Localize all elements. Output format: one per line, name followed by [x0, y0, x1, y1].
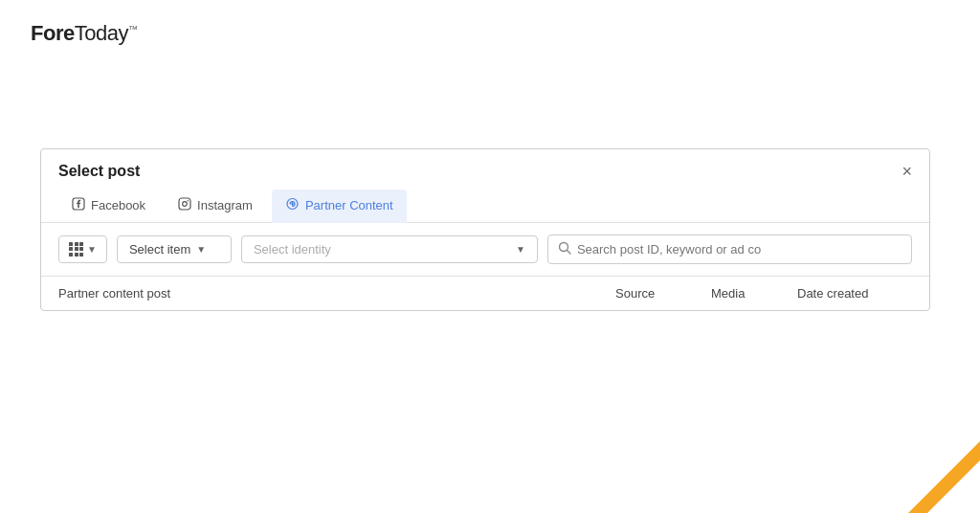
modal-dialog: Select post × Facebook Instagram	[40, 148, 930, 311]
tab-partner-content[interactable]: Partner Content	[272, 190, 407, 223]
svg-line-6	[567, 250, 570, 254]
logo-trademark: ™	[128, 24, 138, 34]
logo-bold: Fore	[31, 21, 75, 45]
select-identity-placeholder: Select identity	[254, 242, 331, 256]
select-item-label: Select item	[129, 242, 190, 256]
tab-facebook-label: Facebook	[91, 198, 145, 212]
select-item-dropdown[interactable]: Select item ▼	[117, 235, 232, 263]
grid-button-chevron: ▼	[87, 244, 97, 255]
tab-facebook[interactable]: Facebook	[58, 190, 159, 223]
modal-header: Select post ×	[41, 149, 929, 180]
close-button[interactable]: ×	[902, 163, 912, 180]
instagram-icon	[178, 197, 191, 213]
modal-title: Select post	[58, 163, 140, 180]
svg-point-3	[188, 200, 189, 201]
tab-instagram[interactable]: Instagram	[165, 190, 266, 223]
grid-icon	[69, 242, 83, 256]
col-source: Source	[615, 286, 711, 301]
tab-instagram-label: Instagram	[197, 198, 253, 212]
search-input[interactable]	[577, 242, 902, 256]
select-identity-dropdown[interactable]: Select identity ▼	[241, 235, 538, 263]
svg-point-2	[183, 202, 188, 207]
svg-rect-1	[179, 198, 190, 210]
toolbar: ▼ Select item ▼ Select identity ▼	[41, 223, 929, 276]
col-partner-content-post: Partner content post	[58, 286, 615, 301]
select-identity-chevron: ▼	[516, 244, 525, 255]
col-media: Media	[711, 286, 797, 301]
tabs-container: Facebook Instagram Partner Content	[41, 180, 929, 223]
select-item-chevron: ▼	[196, 244, 206, 255]
col-date-created: Date created	[797, 286, 912, 301]
grid-view-button[interactable]: ▼	[58, 235, 107, 263]
tab-partner-content-label: Partner Content	[305, 198, 393, 212]
triangle-decoration	[894, 436, 980, 513]
search-wrapper	[547, 234, 912, 264]
facebook-icon	[72, 197, 85, 213]
search-icon	[558, 241, 571, 257]
logo-light: Today	[75, 21, 128, 45]
partner-content-icon	[285, 197, 300, 213]
logo: ForeToday™	[31, 21, 137, 46]
table-header: Partner content post Source Media Date c…	[41, 276, 929, 310]
